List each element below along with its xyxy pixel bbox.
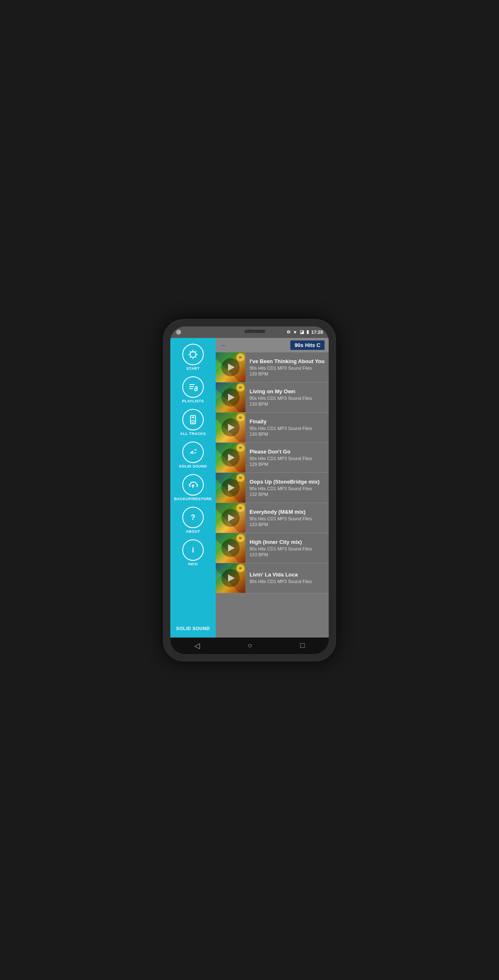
track-title: Oops Up (StoneBridge mix) — [250, 479, 325, 485]
play-button[interactable] — [221, 449, 240, 467]
play-button[interactable] — [221, 509, 240, 527]
cloud-upload-icon — [187, 479, 199, 491]
track-item[interactable]: 90 Living on My Own 90s Hits CD1 MP3 Sou… — [216, 383, 329, 413]
play-triangle-icon — [228, 364, 235, 371]
track-info: High (Inner City mix) 90s Hits CD1 MP3 S… — [245, 536, 329, 560]
track-title: Living on My Own — [250, 388, 325, 394]
info-icon: i — [187, 544, 199, 556]
about-label: ABOUT — [186, 529, 200, 534]
play-circle — [216, 383, 245, 412]
sidebar-item-solid-sound[interactable]: SOLID SOUND — [170, 439, 216, 471]
play-triangle-icon — [228, 424, 235, 431]
track-info: I've Been Thinking About You 90s Hits CD… — [245, 355, 329, 380]
track-album: 90s Hits CD1 MP3 Sound Files — [250, 456, 325, 461]
play-circle — [216, 503, 245, 533]
track-list[interactable]: 90 I've Been Thinking About You 90s Hits… — [216, 352, 329, 638]
play-button[interactable] — [221, 569, 240, 587]
backup-icon-circle — [182, 474, 204, 496]
track-item[interactable]: 90 Finally 90s Hits CD1 MP3 Sound Files … — [216, 413, 329, 443]
track-bpm: 130 BPM — [250, 401, 325, 406]
track-info: Oops Up (StoneBridge mix) 90s Hits CD1 M… — [245, 475, 329, 500]
svg-line-15 — [195, 387, 197, 387]
wifi-icon: ▼ — [293, 330, 297, 335]
all-tracks-label: ALL TRACKS — [180, 432, 206, 436]
sidebar: START PLAYLISTS — [170, 338, 216, 638]
svg-point-9 — [193, 351, 194, 352]
track-thumbnail: 90 — [216, 413, 245, 442]
play-button[interactable] — [221, 479, 240, 497]
play-triangle-icon — [228, 484, 235, 491]
nav-recent-button[interactable]: □ — [294, 640, 311, 652]
track-item[interactable]: 90 Livin' La Vida Loca 90s Hits CD1 MP3 … — [216, 563, 329, 593]
sidebar-item-start[interactable]: START — [170, 341, 216, 373]
track-thumbnail: 90 — [216, 352, 245, 382]
playlist-title-badge: 90s Hits C — [290, 340, 325, 350]
track-item[interactable]: 90 High (Inner City mix) 90s Hits CD1 MP… — [216, 533, 329, 563]
sun-icon — [187, 349, 199, 360]
track-bpm: 132 BPM — [250, 492, 325, 497]
all-tracks-icon-circle — [182, 409, 204, 430]
solid-sound-icon-circle — [182, 442, 204, 463]
track-bpm: 133 BPM — [250, 522, 325, 527]
play-circle — [216, 413, 245, 442]
svg-text:?: ? — [191, 513, 195, 522]
play-triangle-icon — [228, 394, 235, 401]
start-label: START — [186, 366, 200, 371]
backup-label: BACKUP/RESTORE — [174, 497, 212, 501]
screen-content: START PLAYLISTS — [170, 338, 329, 638]
sidebar-item-playlists[interactable]: PLAYLISTS — [170, 374, 216, 406]
play-circle — [216, 443, 245, 472]
signal-icon: ◪ — [300, 329, 304, 335]
svg-rect-18 — [192, 417, 194, 418]
play-button[interactable] — [221, 418, 240, 437]
track-album: 90s Hits CD1 MP3 Sound Files — [250, 486, 325, 491]
start-icon-circle — [182, 344, 204, 365]
status-indicator — [176, 330, 181, 335]
play-button[interactable] — [221, 539, 240, 557]
track-title: Finally — [250, 418, 325, 425]
track-item[interactable]: 90 Everybody (M&M mix) 90s Hits CD1 MP3 … — [216, 503, 329, 533]
nav-home-button[interactable]: ○ — [241, 640, 259, 652]
track-info: Finally 90s Hits CD1 MP3 Sound Files 130… — [245, 415, 329, 440]
sidebar-item-info[interactable]: i INFO — [170, 537, 216, 569]
play-triangle-icon — [228, 514, 235, 522]
track-thumbnail: 90 — [216, 473, 245, 503]
track-bpm: 129 BPM — [250, 462, 325, 467]
svg-point-19 — [195, 449, 196, 450]
track-info: Everybody (M&M mix) 90s Hits CD1 MP3 Sou… — [245, 505, 329, 530]
phone-screen: ⊖ ▼ ◪ ▮ 17:28 — [170, 326, 329, 654]
track-title: Please Don't Go — [250, 449, 325, 455]
track-title: Livin' La Vida Loca — [250, 571, 325, 578]
play-circle — [216, 533, 245, 563]
track-album: 90s Hits CD1 MP3 Sound Files — [250, 396, 325, 401]
track-info: Living on My Own 90s Hits CD1 MP3 Sound … — [245, 385, 329, 410]
sidebar-item-about[interactable]: ? ABOUT — [170, 504, 216, 536]
play-button[interactable] — [221, 388, 240, 406]
track-album: 90s Hits CD1 MP3 Sound Files — [250, 579, 325, 584]
track-album: 90s Hits CD1 MP3 Sound Files — [250, 546, 325, 551]
track-thumbnail: 90 — [216, 443, 245, 472]
nav-bar: ◁ ○ □ — [170, 638, 329, 654]
bird-icon — [187, 446, 199, 458]
play-triangle-icon — [228, 574, 235, 582]
playlists-icon-circle — [182, 376, 204, 398]
track-item[interactable]: 90 Please Don't Go 90s Hits CD1 MP3 Soun… — [216, 443, 329, 473]
track-item[interactable]: 90 Oops Up (StoneBridge mix) 90s Hits CD… — [216, 473, 329, 503]
play-circle — [216, 473, 245, 503]
track-item[interactable]: 90 I've Been Thinking About You 90s Hits… — [216, 352, 329, 383]
play-button[interactable] — [221, 358, 240, 376]
play-triangle-icon — [228, 544, 235, 552]
speaker — [245, 330, 265, 333]
play-circle — [216, 563, 245, 593]
nav-back-button[interactable]: ◁ — [188, 640, 207, 652]
sidebar-item-backup[interactable]: BACKUP/RESTORE — [170, 472, 216, 503]
info-icon-circle: i — [182, 539, 204, 561]
svg-line-8 — [190, 357, 191, 357]
about-icon-circle: ? — [182, 507, 204, 528]
back-button[interactable]: ← — [220, 340, 228, 350]
play-circle — [216, 352, 245, 382]
svg-line-7 — [195, 351, 196, 352]
track-title: Everybody (M&M mix) — [250, 509, 325, 515]
main-content: ← 90s Hits C 90 I've Been Thinking About… — [216, 338, 329, 638]
sidebar-item-all-tracks[interactable]: ALL TRACKS — [170, 406, 216, 438]
